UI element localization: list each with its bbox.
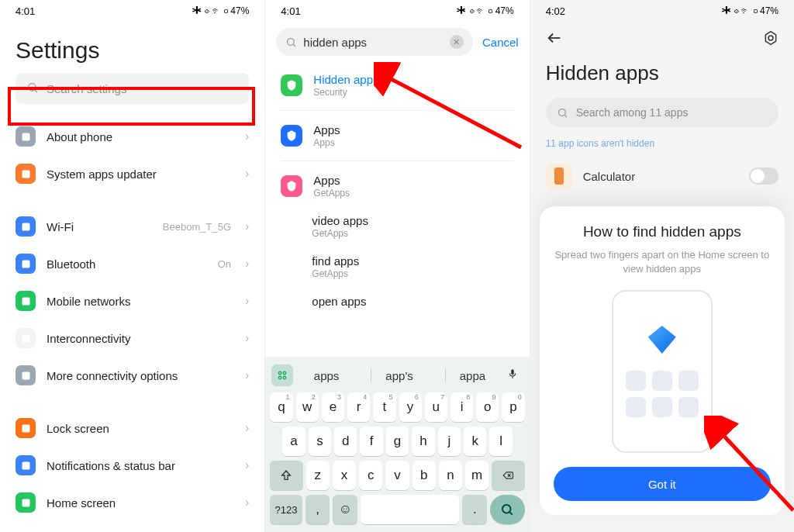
- result-subtitle: GetApps: [312, 268, 359, 279]
- key-emoji[interactable]: ☺: [333, 495, 357, 524]
- keyboard: appsapp'sappa q1w2e3r4t5y6u7i8o9p0 asdfg…: [265, 357, 529, 532]
- key-j[interactable]: j: [438, 427, 461, 456]
- search-result-item[interactable]: video apps GetApps: [265, 206, 529, 247]
- settings-item[interactable]: More connectivity options ›: [0, 357, 264, 394]
- svg-rect-4: [22, 223, 29, 230]
- search-icon: [557, 107, 568, 119]
- key-u[interactable]: u7: [425, 392, 447, 422]
- settings-icon[interactable]: [763, 30, 778, 50]
- search-placeholder: Search among 11 apps: [576, 106, 689, 119]
- app-grid-icon: [626, 371, 699, 417]
- key-s[interactable]: s: [309, 427, 331, 456]
- app-row-calculator[interactable]: Calculator: [530, 157, 794, 195]
- key-backspace[interactable]: [492, 461, 524, 490]
- svg-rect-8: [22, 371, 29, 379]
- key-b[interactable]: b: [413, 461, 436, 490]
- key-e[interactable]: e3: [322, 392, 344, 422]
- settings-item-label: Home screen: [47, 496, 234, 510]
- result-title: open apps: [312, 295, 366, 308]
- key-i[interactable]: i8: [451, 392, 473, 422]
- key-m[interactable]: m: [465, 461, 488, 490]
- key-v[interactable]: v: [385, 461, 409, 490]
- search-result-item[interactable]: Apps GetApps: [265, 166, 529, 206]
- key-o[interactable]: o9: [476, 392, 499, 422]
- svg-rect-6: [22, 297, 29, 305]
- key-h[interactable]: h: [412, 427, 434, 456]
- chevron-right-icon: ›: [245, 331, 249, 345]
- status-indicators: ✱ ⊘ ᯤ ▢ 47%: [457, 5, 513, 16]
- hide-toggle[interactable]: [749, 168, 778, 185]
- svg-rect-2: [22, 133, 29, 140]
- keyboard-suggestion[interactable]: appa: [445, 369, 485, 382]
- settings-item-label: Bluetooth: [47, 257, 207, 271]
- key-period[interactable]: .: [462, 495, 487, 524]
- svg-rect-10: [22, 461, 29, 469]
- overlay-title: How to find hidden apps: [554, 223, 771, 240]
- key-f[interactable]: f: [360, 427, 382, 456]
- result-subtitle: GetApps: [312, 228, 368, 239]
- key-shift[interactable]: [270, 461, 302, 490]
- svg-rect-3: [22, 170, 29, 178]
- settings-item[interactable]: Wi-Fi Beebom_T_5G ›: [0, 208, 264, 245]
- settings-screen: 4:01 ✱ ⊘ ᯤ ▢ 47% Settings Search setting…: [0, 0, 264, 532]
- keyboard-suggestion[interactable]: app's: [371, 369, 413, 382]
- calculator-icon: [546, 163, 572, 189]
- search-result-item[interactable]: find apps GetApps: [265, 247, 529, 287]
- key-n[interactable]: n: [439, 461, 462, 490]
- key-d[interactable]: d: [334, 427, 357, 456]
- search-hidden-apps-input[interactable]: Search among 11 apps: [546, 98, 778, 127]
- key-q[interactable]: q1: [270, 392, 292, 422]
- key-comma[interactable]: ,: [306, 495, 330, 524]
- clear-search-button[interactable]: ✕: [450, 35, 464, 49]
- settings-item-icon: [16, 164, 36, 184]
- key-k[interactable]: k: [464, 427, 486, 456]
- key-space[interactable]: [361, 495, 459, 524]
- key-p[interactable]: p0: [502, 392, 524, 422]
- search-icon: [285, 36, 297, 48]
- search-settings-input[interactable]: Search settings: [16, 73, 249, 104]
- key-symbols[interactable]: ?123: [270, 495, 302, 524]
- chevron-right-icon: ›: [245, 294, 249, 308]
- key-r[interactable]: r4: [347, 392, 370, 422]
- key-y[interactable]: y6: [399, 392, 422, 422]
- got-it-button[interactable]: Got it: [554, 467, 771, 501]
- mic-icon[interactable]: [502, 367, 523, 384]
- settings-item-icon: [16, 291, 36, 311]
- keyboard-suggestion[interactable]: apps: [314, 369, 340, 382]
- keyboard-menu-button[interactable]: [271, 364, 293, 386]
- key-l[interactable]: l: [489, 427, 512, 456]
- settings-item[interactable]: Lock screen ›: [0, 409, 264, 447]
- settings-item[interactable]: Mobile networks ›: [0, 282, 264, 320]
- svg-point-22: [502, 505, 511, 513]
- key-t[interactable]: t5: [373, 392, 395, 422]
- search-result-item[interactable]: open apps: [265, 287, 529, 316]
- key-search[interactable]: [490, 495, 525, 524]
- key-x[interactable]: x: [333, 461, 356, 490]
- search-result-item[interactable]: Hidden apps Security: [265, 65, 529, 105]
- settings-item[interactable]: Notifications & status bar ›: [0, 447, 264, 484]
- result-subtitle: Apps: [313, 137, 340, 148]
- result-subtitle: Security: [313, 87, 378, 98]
- key-c[interactable]: c: [359, 461, 382, 490]
- status-bar: 4:02 ✱ ⊘ ᯤ ▢ 47%: [530, 0, 794, 22]
- chevron-right-icon: ›: [245, 421, 249, 435]
- settings-item[interactable]: Bluetooth On ›: [0, 245, 264, 282]
- cancel-button[interactable]: Cancel: [482, 36, 519, 49]
- key-g[interactable]: g: [386, 427, 409, 456]
- settings-item[interactable]: Interconnectivity ›: [0, 320, 264, 357]
- status-time: 4:01: [16, 5, 35, 17]
- status-indicators: ✱ ⊘ ᯤ ▢ 47%: [192, 5, 249, 16]
- settings-item[interactable]: About phone ›: [0, 118, 264, 155]
- settings-item[interactable]: System apps updater ›: [0, 155, 264, 192]
- hidden-apps-screen: 4:02 ✱ ⊘ ᯤ ▢ 47% Hidden apps Search amon…: [530, 0, 794, 532]
- settings-item-label: Mobile networks: [47, 295, 234, 308]
- settings-item[interactable]: Home screen ›: [0, 484, 264, 521]
- key-z[interactable]: z: [306, 461, 330, 490]
- key-w[interactable]: w2: [296, 392, 319, 422]
- svg-line-23: [510, 512, 513, 514]
- search-result-item[interactable]: Apps Apps: [265, 116, 529, 156]
- chevron-right-icon: ›: [245, 130, 249, 143]
- key-a[interactable]: a: [282, 427, 305, 456]
- back-button[interactable]: [546, 29, 563, 50]
- search-input[interactable]: hidden apps ✕: [276, 28, 473, 56]
